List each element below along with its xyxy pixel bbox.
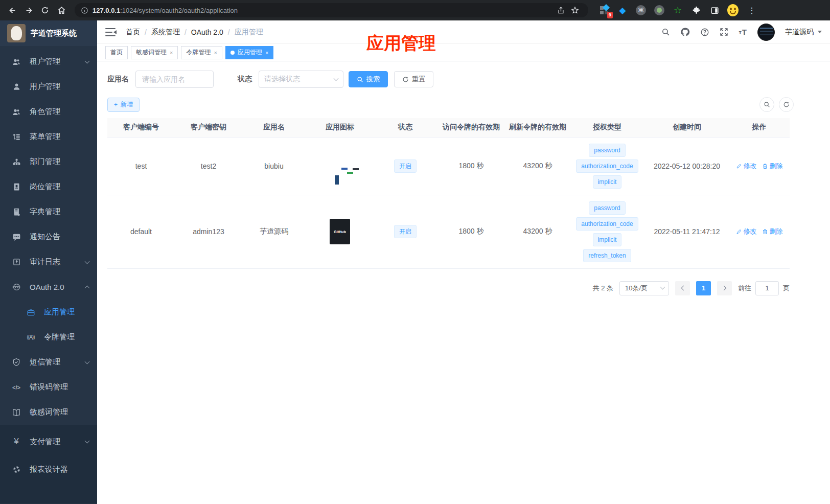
gem-extension-icon[interactable]: ◆ [617,5,628,16]
help-icon[interactable] [700,28,709,37]
cell-actions: 修改删除 [729,137,790,195]
chevron-down-icon [85,58,90,63]
sidebar-item-user[interactable]: 用户管理 [0,74,97,99]
header-search-icon[interactable] [661,28,670,36]
home-icon[interactable] [54,3,68,17]
green-star-extension-icon[interactable]: ☆ [672,5,683,16]
next-page-button[interactable] [717,281,732,295]
delete-button[interactable]: 删除 [762,227,783,236]
github-icon[interactable] [680,27,690,37]
caret-down-icon [818,31,822,33]
sidebar-item-notice[interactable]: 通知公告 [0,224,97,249]
add-button[interactable]: +新增 [107,98,140,112]
cell-created-at: 2022-05-12 00:28:20 [645,137,729,195]
sidebar-item-oauth[interactable]: OAuth 2.0 [0,274,97,300]
sidebar-item-oauth-token[interactable]: ((A)) 令牌管理 [0,325,97,350]
sidebar-item-dept[interactable]: 部门管理 [0,149,97,174]
app-logo-row[interactable]: 芋道管理系统 [0,20,97,46]
chevron-down-icon [85,359,90,364]
prev-page-button[interactable] [675,281,690,295]
goto-page-input[interactable] [755,281,779,295]
tab-application[interactable]: 应用管理× [225,46,273,59]
sidebar-item-tenant[interactable]: 租户管理 [0,49,97,74]
bookmark-star-icon[interactable] [568,3,582,17]
chevron-down-icon [334,76,339,81]
command-extension-icon[interactable]: ⌘ [635,5,647,16]
sidebar-item-errcode[interactable]: </> 错误码管理 [0,375,97,400]
sidebar-fold-icon[interactable] [105,28,117,37]
status-badge: 开启 [394,225,417,238]
trash-icon [762,228,768,235]
breadcrumb-home[interactable]: 首页 [126,28,140,37]
col-client-secret: 客户端密钥 [175,118,242,137]
search-button[interactable]: 搜索 [349,71,388,87]
refresh-table-button[interactable] [779,97,794,112]
cell-app-icon: GitHub [306,195,374,268]
edit-button[interactable]: 修改 [736,162,757,171]
app-name-input[interactable] [135,71,214,88]
cell-client-secret: admin123 [175,195,242,268]
tab-token[interactable]: 令牌管理× [181,46,222,59]
sidebar-item-dict[interactable]: 字典管理 [0,199,97,224]
reload-icon[interactable] [38,3,52,17]
close-icon[interactable]: × [214,50,217,56]
breadcrumb-oauth[interactable]: OAuth 2.0 [191,28,223,36]
extension-badge: 9 [607,12,613,18]
reset-button[interactable]: 重置 [394,71,433,87]
pencil-icon [736,163,742,169]
active-dot [230,51,235,55]
briefcase-icon [26,309,36,316]
page-unit-label: 页 [783,284,790,293]
sidebar-item-post[interactable]: 岗位管理 [0,174,97,199]
chevron-right-icon [721,286,726,291]
address-bar[interactable]: 127.0.0.1:1024/system/oauth2/oauth2/appl… [75,3,588,17]
sidebar-item-audit[interactable]: 审计日志 [0,249,97,274]
tab-manager-extension-icon[interactable]: 9 [598,5,610,16]
tab-sensitive[interactable]: 敏感词管理× [131,46,178,59]
back-icon[interactable] [5,3,19,17]
user-avatar[interactable] [757,24,775,41]
show-search-toggle-button[interactable] [759,97,774,112]
puzzle-extensions-icon[interactable] [690,5,702,16]
profile-emoji-icon[interactable] [727,5,739,16]
sidebar-item-sms[interactable]: 短信管理 [0,350,97,375]
cell-app-name: biubiu [242,137,306,195]
pencil-icon [736,228,742,235]
split-screen-icon[interactable] [709,5,720,16]
col-grant-types: 授权类型 [569,118,645,137]
chevron-up-icon [85,286,90,291]
delete-button[interactable]: 删除 [762,162,783,171]
sidebar-item-menu[interactable]: 菜单管理 [0,124,97,149]
recorder-extension-icon[interactable] [654,5,665,16]
fullscreen-icon[interactable] [720,28,728,36]
tab-home[interactable]: 首页 [105,46,128,59]
share-icon[interactable] [554,3,568,17]
dict-icon [11,208,21,216]
user-menu[interactable]: 芋道源码 [785,28,822,37]
status-select[interactable]: 请选择状态 [259,71,343,88]
status-label: 状态 [238,75,252,84]
screen: 127.0.0.1:1024/system/oauth2/oauth2/appl… [0,0,830,504]
breadcrumb-system[interactable]: 系统管理 [151,28,180,37]
sidebar-item-pay[interactable]: ¥ 支付管理 [0,428,97,455]
page-size-select[interactable]: 10条/页 [619,281,669,295]
sidebar-item-oauth-application[interactable]: 应用管理 [0,300,97,325]
sidebar-item-report[interactable]: 报表设计器 [0,455,97,483]
browser-menu-icon[interactable]: ⋮ [746,6,758,15]
grant-tag: implicit [593,233,622,246]
forward-icon[interactable] [21,3,36,17]
search-icon [357,76,363,83]
close-icon[interactable]: × [170,50,173,56]
chevron-down-icon [85,259,90,264]
sidebar-item-sensitive[interactable]: 敏感词管理 [0,400,97,425]
current-page-button[interactable]: 1 [696,281,711,295]
chevron-down-icon [85,439,90,444]
cell-client-id: test [107,137,175,195]
top-navbar: 首页 / 系统管理 / OAuth 2.0 / 应用管理 тT 芋道源码 [97,20,830,44]
site-info-icon[interactable] [81,7,88,14]
org-icon [11,158,21,166]
font-size-icon[interactable]: тT [739,28,747,36]
edit-button[interactable]: 修改 [736,227,757,236]
sidebar-item-role[interactable]: 角色管理 [0,99,97,124]
close-icon[interactable]: × [265,50,268,56]
